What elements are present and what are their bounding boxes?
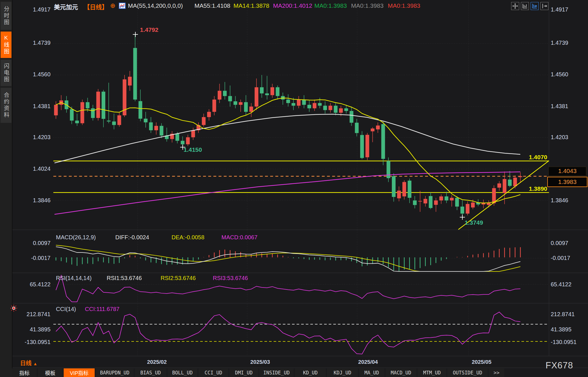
- tab-inside-ud[interactable]: INSIDE_UD: [259, 368, 294, 377]
- y-axis-label: 65.4122: [551, 281, 571, 288]
- spike-high-annotation: 1.4792: [140, 26, 158, 33]
- shift-chart-button[interactable]: [540, 2, 548, 10]
- chevron-up-icon: ▲: [33, 361, 38, 366]
- fx678-watermark: FX678: [546, 360, 573, 371]
- sidebar-item-label: 合约资料: [2, 92, 10, 118]
- x-axis-label: 2025/05: [472, 359, 492, 365]
- sidebar-item-time-chart[interactable]: 分时图: [1, 2, 11, 30]
- y-axis-label: 0.0097: [551, 240, 568, 246]
- chart-application: 分时图 K线图 闪电图 合约资料 美元加元 【日线】 ⊕ MA(55,14,20…: [0, 0, 588, 377]
- y-axis-label: 1.4739: [19, 40, 50, 46]
- axis-scale-button[interactable]: [521, 2, 529, 10]
- tab-barupdn-ud[interactable]: BARUPDN_UD: [96, 368, 134, 377]
- tab-more-chevron[interactable]: >>: [489, 368, 504, 377]
- y-axis-label: 1.4560: [551, 71, 568, 78]
- rsi2-value: RSI2:53.6746: [161, 275, 196, 281]
- y-axis-label: 1.4203: [551, 134, 568, 141]
- sidebar-item-flash-chart[interactable]: 闪电图: [1, 60, 11, 86]
- sidebar-item-label: 闪电图: [2, 63, 10, 83]
- y-axis-label: 1.4381: [551, 103, 568, 110]
- y-axis-label: 1.4203: [19, 134, 50, 141]
- ma0-gray-value: MA0:1.3983: [351, 2, 383, 9]
- cci-value: CCI:111.6787: [85, 306, 119, 312]
- y-axis-label: 1.4917: [551, 6, 568, 13]
- y-axis-label: 65.4122: [19, 281, 50, 288]
- ma14-value: MA14:1.3878: [233, 2, 269, 9]
- tab-kdj-ud[interactable]: KDJ_UD: [327, 368, 358, 377]
- y-axis-label: -0.0017: [551, 255, 570, 261]
- y-axis-label: 1.4739: [551, 40, 568, 46]
- sidebar-item-label: 分时图: [2, 6, 10, 26]
- tab-ma-ud[interactable]: MA_UD: [359, 368, 384, 377]
- move-crosshair-button[interactable]: [511, 2, 519, 10]
- y-axis-label: 1.4024: [19, 166, 50, 172]
- ma0-green-value: MA0:1.3983: [314, 2, 347, 9]
- ma55-value: MA55:1.4108: [194, 2, 230, 9]
- tab-bias-ud[interactable]: BIAS_UD: [135, 368, 166, 377]
- chart-type-sidebar: 分时图 K线图 闪电图 合约资料: [0, 0, 12, 377]
- x-axis-label: 2025/02: [147, 359, 167, 365]
- sidebar-item-label: K线图: [2, 35, 10, 55]
- x-axis-label: 2025/03: [250, 359, 270, 365]
- rsi3-value: RSI3:53.6746: [213, 275, 248, 281]
- indicator-tab-bar: 指标 模板 VIP指标 BARUPDN_UD BIAS_UD BOLL_UD C…: [12, 368, 504, 377]
- tab-templates[interactable]: 模板: [38, 368, 63, 377]
- y-axis-label: -130.0951: [19, 339, 50, 345]
- macd-value: MACD:0.0067: [221, 234, 258, 241]
- support-level-label: 1.3890: [516, 185, 547, 192]
- tab-dmi-ud[interactable]: DMI_UD: [229, 368, 258, 377]
- ma200-value: MA200:1.4012: [273, 2, 312, 9]
- tab-cci-ud[interactable]: CCI_UD: [198, 368, 228, 377]
- sidebar-item-contract-info[interactable]: 合约资料: [1, 88, 11, 123]
- resistance-level-label: 1.4070: [516, 154, 547, 161]
- period-label: 日线: [20, 360, 32, 366]
- y-axis-label: 0.0097: [19, 240, 50, 246]
- sidebar-item-kline-chart[interactable]: K线图: [1, 32, 11, 58]
- tab-boll-ud[interactable]: BOLL_UD: [168, 368, 197, 377]
- y-axis-label: 41.3895: [19, 326, 50, 333]
- rsi1-value: RSI1:53.6746: [107, 275, 142, 281]
- tab-mtm-ud[interactable]: MTM_UD: [418, 368, 446, 377]
- ma-params: MA(55,14,200,0,0,0): [128, 2, 183, 9]
- rsi-title: RSI(14,14,14): [56, 275, 92, 281]
- x-axis-label: 2025/04: [358, 359, 378, 365]
- y-axis-label: 41.3895: [551, 326, 571, 333]
- tab-outside-ud[interactable]: OUTSIDE_UD: [447, 368, 488, 377]
- macd-title: MACD(26,12,9): [56, 234, 96, 241]
- period-selector[interactable]: 日线 ▲: [20, 359, 37, 367]
- chart-style-icon[interactable]: [119, 3, 126, 10]
- macd-dea-value: DEA:-0.0058: [172, 234, 205, 241]
- target-icon[interactable]: ⊕: [110, 2, 115, 9]
- y-axis-label: -130.0951: [551, 339, 577, 345]
- y-axis-label: 212.8741: [19, 311, 50, 318]
- tab-kd-ud[interactable]: KD_UD: [295, 368, 326, 377]
- y-axis-label: 1.3846: [19, 197, 50, 204]
- current-price-box: 1.3983: [547, 177, 587, 187]
- tab-macd-ud[interactable]: MACD_UD: [385, 368, 416, 377]
- tab-vip-indicators[interactable]: VIP指标: [64, 368, 95, 377]
- timeframe-label[interactable]: 【日线】: [84, 2, 108, 11]
- may-low-annotation: 1.3749: [465, 219, 483, 226]
- alert-blink-icon[interactable]: [10, 305, 17, 313]
- y-axis-label: 1.4381: [19, 103, 50, 110]
- y-axis-label: -0.0017: [19, 255, 50, 261]
- y-axis-label: 1.3846: [551, 197, 568, 204]
- y-axis-label: 1.4560: [19, 71, 50, 78]
- feb-low-annotation: 1.4150: [184, 146, 202, 153]
- y-axis-label: 212.8741: [551, 311, 575, 318]
- candlestick-chart-canvas[interactable]: [0, 0, 588, 377]
- tab-indicators[interactable]: 指标: [12, 368, 37, 377]
- last-high-price-box: 1.4043: [548, 167, 586, 176]
- macd-diff-value: DIFF:-0.0024: [115, 234, 149, 241]
- symbol-title: 美元加元: [54, 2, 78, 11]
- y-axis-label: 1.4917: [19, 6, 50, 13]
- auto-scale-button[interactable]: [531, 2, 539, 10]
- ma0-red-value: MA0:1.3983: [388, 2, 420, 9]
- cci-title: CCI(14): [56, 306, 76, 312]
